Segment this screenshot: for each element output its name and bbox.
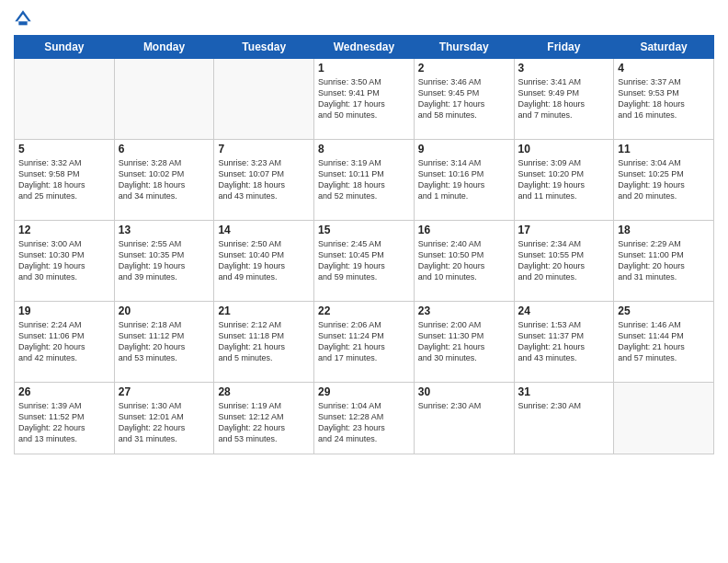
cal-cell-7: 7Sunrise: 3:23 AM Sunset: 10:07 PM Dayli… [214, 140, 314, 221]
header-row: SundayMondayTuesdayWednesdayThursdayFrid… [15, 36, 714, 59]
day-number: 21 [218, 304, 310, 317]
day-number: 14 [218, 224, 310, 236]
cell-text: Sunrise: 2:50 AM Sunset: 10:40 PM Daylig… [218, 238, 310, 283]
day-number: 22 [318, 304, 410, 317]
header [14, 9, 714, 28]
cal-cell-26: 26Sunrise: 1:39 AM Sunset: 11:52 PM Dayl… [15, 383, 115, 454]
cal-cell-9: 9Sunrise: 3:14 AM Sunset: 10:16 PM Dayli… [414, 140, 514, 221]
logo [14, 9, 36, 28]
cell-text: Sunrise: 3:09 AM Sunset: 10:20 PM Daylig… [518, 157, 610, 202]
day-number: 8 [318, 143, 410, 155]
day-number: 3 [518, 62, 610, 75]
cell-text: Sunrise: 3:37 AM Sunset: 9:53 PM Dayligh… [618, 76, 710, 121]
day-number: 31 [518, 385, 610, 398]
day-number: 2 [418, 62, 510, 75]
cal-cell-13: 13Sunrise: 2:55 AM Sunset: 10:35 PM Dayl… [114, 221, 214, 302]
day-header-friday: Friday [514, 36, 614, 59]
cell-text: Sunrise: 2:12 AM Sunset: 11:18 PM Daylig… [218, 319, 310, 364]
day-header-tuesday: Tuesday [214, 36, 314, 59]
cal-cell-28: 28Sunrise: 1:19 AM Sunset: 12:12 AM Dayl… [214, 383, 314, 454]
day-number: 10 [518, 143, 610, 155]
cell-text: Sunrise: 3:04 AM Sunset: 10:25 PM Daylig… [618, 157, 710, 202]
day-number: 18 [618, 224, 710, 236]
cell-text: Sunrise: 2:55 AM Sunset: 10:35 PM Daylig… [119, 238, 210, 283]
day-number: 11 [618, 143, 710, 155]
cal-cell-8: 8Sunrise: 3:19 AM Sunset: 10:11 PM Dayli… [314, 140, 415, 221]
cell-text: Sunrise: 2:24 AM Sunset: 11:06 PM Daylig… [18, 319, 110, 364]
week-row-4: 19Sunrise: 2:24 AM Sunset: 11:06 PM Dayl… [15, 302, 714, 383]
cal-cell-30: 30Sunrise: 2:30 AM [414, 383, 514, 454]
cell-text: Sunrise: 3:28 AM Sunset: 10:02 PM Daylig… [119, 157, 210, 202]
calendar-table: SundayMondayTuesdayWednesdayThursdayFrid… [14, 35, 714, 454]
week-row-3: 12Sunrise: 3:00 AM Sunset: 10:30 PM Dayl… [15, 221, 714, 302]
cell-text: Sunrise: 3:41 AM Sunset: 9:49 PM Dayligh… [518, 76, 610, 121]
day-number: 30 [418, 385, 510, 398]
cal-cell-17: 17Sunrise: 2:34 AM Sunset: 10:55 PM Dayl… [514, 221, 614, 302]
cal-cell-empty-6 [614, 383, 714, 454]
cal-cell-22: 22Sunrise: 2:06 AM Sunset: 11:24 PM Dayl… [314, 302, 415, 383]
week-row-1: 1Sunrise: 3:50 AM Sunset: 9:41 PM Daylig… [15, 59, 714, 140]
cell-text: Sunrise: 2:34 AM Sunset: 10:55 PM Daylig… [518, 238, 610, 283]
day-number: 12 [18, 224, 110, 236]
day-number: 27 [119, 385, 210, 398]
page: SundayMondayTuesdayWednesdayThursdayFrid… [0, 0, 728, 563]
day-number: 23 [418, 304, 510, 317]
day-number: 9 [418, 143, 510, 155]
cal-cell-empty-0 [15, 59, 115, 140]
day-number: 26 [18, 385, 110, 398]
cal-cell-2: 2Sunrise: 3:46 AM Sunset: 9:45 PM Daylig… [414, 59, 514, 140]
cal-cell-10: 10Sunrise: 3:09 AM Sunset: 10:20 PM Dayl… [514, 140, 614, 221]
cell-text: Sunrise: 1:53 AM Sunset: 11:37 PM Daylig… [518, 319, 610, 364]
day-number: 7 [218, 143, 310, 155]
day-number: 5 [18, 143, 110, 155]
cell-text: Sunrise: 3:50 AM Sunset: 9:41 PM Dayligh… [318, 76, 410, 121]
cal-cell-23: 23Sunrise: 2:00 AM Sunset: 11:30 PM Dayl… [414, 302, 514, 383]
cal-cell-empty-2 [214, 59, 314, 140]
cal-cell-25: 25Sunrise: 1:46 AM Sunset: 11:44 PM Dayl… [614, 302, 714, 383]
cell-text: Sunrise: 1:46 AM Sunset: 11:44 PM Daylig… [618, 319, 710, 364]
cell-text: Sunrise: 2:06 AM Sunset: 11:24 PM Daylig… [318, 319, 410, 364]
cal-cell-6: 6Sunrise: 3:28 AM Sunset: 10:02 PM Dayli… [114, 140, 214, 221]
day-number: 28 [218, 385, 310, 398]
week-row-5: 26Sunrise: 1:39 AM Sunset: 11:52 PM Dayl… [15, 383, 714, 454]
day-header-wednesday: Wednesday [314, 36, 415, 59]
day-number: 17 [518, 224, 610, 236]
cell-text: Sunrise: 2:40 AM Sunset: 10:50 PM Daylig… [418, 238, 510, 283]
day-number: 29 [318, 385, 410, 398]
day-number: 6 [119, 143, 210, 155]
cal-cell-3: 3Sunrise: 3:41 AM Sunset: 9:49 PM Daylig… [514, 59, 614, 140]
day-number: 1 [318, 62, 410, 75]
cal-cell-24: 24Sunrise: 1:53 AM Sunset: 11:37 PM Dayl… [514, 302, 614, 383]
cell-text: Sunrise: 3:19 AM Sunset: 10:11 PM Daylig… [318, 157, 410, 202]
cal-cell-16: 16Sunrise: 2:40 AM Sunset: 10:50 PM Dayl… [414, 221, 514, 302]
cal-cell-21: 21Sunrise: 2:12 AM Sunset: 11:18 PM Dayl… [214, 302, 314, 383]
day-number: 19 [18, 304, 110, 317]
day-header-thursday: Thursday [414, 36, 514, 59]
cell-text: Sunrise: 3:32 AM Sunset: 9:58 PM Dayligh… [18, 157, 110, 202]
day-number: 25 [618, 304, 710, 317]
cell-text: Sunrise: 1:39 AM Sunset: 11:52 PM Daylig… [18, 400, 110, 445]
day-number: 16 [418, 224, 510, 236]
day-number: 24 [518, 304, 610, 317]
cell-text: Sunrise: 2:18 AM Sunset: 11:12 PM Daylig… [119, 319, 210, 364]
day-number: 20 [119, 304, 210, 317]
cal-cell-15: 15Sunrise: 2:45 AM Sunset: 10:45 PM Dayl… [314, 221, 415, 302]
cal-cell-5: 5Sunrise: 3:32 AM Sunset: 9:58 PM Daylig… [15, 140, 115, 221]
day-number: 15 [318, 224, 410, 236]
logo-icon [14, 9, 32, 28]
cell-text: Sunrise: 3:23 AM Sunset: 10:07 PM Daylig… [218, 157, 310, 202]
cell-text: Sunrise: 2:45 AM Sunset: 10:45 PM Daylig… [318, 238, 410, 283]
cell-text: Sunrise: 3:14 AM Sunset: 10:16 PM Daylig… [418, 157, 510, 202]
day-header-saturday: Saturday [614, 36, 714, 59]
cell-text: Sunrise: 2:29 AM Sunset: 11:00 PM Daylig… [618, 238, 710, 283]
cal-cell-11: 11Sunrise: 3:04 AM Sunset: 10:25 PM Dayl… [614, 140, 714, 221]
cell-text: Sunrise: 1:19 AM Sunset: 12:12 AM Daylig… [218, 400, 310, 445]
cal-cell-empty-1 [114, 59, 214, 140]
day-number: 4 [618, 62, 710, 75]
cal-cell-12: 12Sunrise: 3:00 AM Sunset: 10:30 PM Dayl… [15, 221, 115, 302]
cell-text: Sunrise: 1:30 AM Sunset: 12:01 AM Daylig… [119, 400, 210, 445]
cell-text: Sunrise: 3:46 AM Sunset: 9:45 PM Dayligh… [418, 76, 510, 121]
cal-cell-18: 18Sunrise: 2:29 AM Sunset: 11:00 PM Dayl… [614, 221, 714, 302]
cell-text: Sunrise: 2:00 AM Sunset: 11:30 PM Daylig… [418, 319, 510, 364]
cal-cell-14: 14Sunrise: 2:50 AM Sunset: 10:40 PM Dayl… [214, 221, 314, 302]
